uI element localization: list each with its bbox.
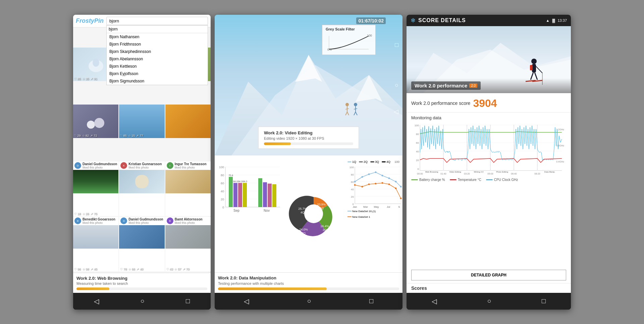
back-icon[interactable]: ◁: [94, 297, 99, 305]
recents-icon[interactable]: □: [542, 297, 546, 305]
photo-cell[interactable]: D Daniel Gudmundsson liked this photo ♡ …: [119, 217, 164, 271]
home-icon[interactable]: ○: [307, 297, 311, 305]
home-icon[interactable]: ○: [140, 297, 144, 305]
scores-section-label: Scores: [407, 283, 571, 293]
user-avatar: D: [74, 162, 81, 169]
back-icon[interactable]: ◁: [432, 297, 437, 305]
phone3-screen: ❄ SCORE DETAILS ▲ ▓ 13:37: [407, 15, 571, 293]
svg-line-22: [354, 112, 356, 115]
svg-text:3Q: 3Q: [302, 232, 306, 235]
svg-text:0: 0: [222, 206, 224, 209]
user-action: liked this photo: [128, 221, 163, 224]
photo-cell[interactable]: K Kristian Gunnarsson liked this photo: [119, 161, 164, 216]
dd-item-7[interactable]: Bjorn Sigmundsson: [107, 77, 208, 85]
svg-line-16: [345, 109, 349, 109]
hero-image: Work 2.0 performance 2.0: [407, 26, 571, 93]
svg-rect-44: [238, 183, 242, 207]
wb-progress-bar: [76, 287, 207, 290]
svg-text:80: 80: [221, 174, 224, 177]
svg-rect-48: [268, 184, 272, 207]
photo-stats: ♡ 43☆ 57↗ 70: [166, 267, 190, 271]
svg-rect-42: [229, 177, 233, 207]
photo-cell[interactable]: ♡ 29☆ 82↗ 72: [73, 105, 118, 138]
user-action: liked this photo: [83, 221, 117, 224]
search-dropdown-input: bjorn: [107, 25, 208, 33]
photo-cell[interactable]: [165, 105, 211, 138]
photo-cell[interactable]: ♡ 85☆ 15↗ 77: [119, 105, 164, 138]
svg-text:100: 100: [415, 124, 419, 127]
legend-3q: 3Q: [370, 160, 379, 164]
svg-text:Mar: Mar: [363, 205, 368, 208]
svg-point-14: [345, 103, 349, 106]
dd-item-1[interactable]: Bjorn Nathansen: [107, 33, 208, 41]
user-info: Daniel Gudmundsson liked this photo: [128, 217, 163, 224]
wb-title: Work 2.0: Web Browsing: [76, 276, 207, 281]
data-task-title: Work 2.0: Data Manipulation: [218, 275, 399, 280]
user-info: Daniel Gudmundsson liked this photo: [83, 162, 117, 169]
svg-text:0.8GHz: 0.8GHz: [556, 144, 564, 147]
wb-progress-fill: [76, 287, 109, 290]
photo-stats: ♡ 78☆ 66↗ 40: [120, 267, 143, 271]
search-dropdown: bjorn Bjorn Nathansen Bjorn Fridthnsson …: [106, 25, 208, 85]
svg-point-1: [93, 59, 99, 67]
svg-point-78: [354, 181, 356, 182]
circle-btn[interactable]: ○: [395, 82, 398, 89]
user-name: Daniel Gudmundsson: [83, 162, 117, 166]
user-avatar: B: [74, 217, 81, 224]
data-task-subtitle: Testing performance with multiple charts: [218, 281, 399, 285]
svg-line-21: [354, 109, 357, 109]
svg-text:0%: 0%: [327, 48, 332, 51]
user-info: Benedikt Gooarsson liked this photo: [83, 217, 117, 224]
score-header-title: SCORE DETAILS: [418, 17, 466, 23]
back-btn[interactable]: ◁: [394, 108, 398, 115]
home-icon[interactable]: ○: [487, 297, 491, 305]
dd-item-2[interactable]: Bjorn Fridthnsson: [107, 41, 208, 48]
svg-text:Jul: Jul: [387, 205, 390, 208]
svg-point-19: [354, 103, 357, 106]
data-progress-bar: [218, 287, 399, 290]
photo-stats: ♡ 18☆ 26↗ 75: [74, 212, 97, 215]
phone2-bottom-nav: ◁ ○ □: [215, 293, 402, 310]
svg-point-103: [531, 59, 537, 64]
detailed-graph-button[interactable]: DETAILED GRAPH: [411, 270, 566, 280]
user-name: Bamt Aktornsson: [175, 217, 209, 221]
svg-text:20: 20: [416, 159, 419, 162]
back-icon[interactable]: ◁: [244, 297, 249, 305]
svg-text:60: 60: [351, 181, 354, 184]
photo-cell[interactable]: I Ingur Tre Tumasson liked this photo: [165, 161, 211, 216]
recents-icon[interactable]: □: [186, 297, 190, 305]
photo-cell[interactable]: D Daniel Gudmundsson liked this photo ♡ …: [73, 161, 118, 216]
user-name: Kristian Gunnarsson: [128, 162, 163, 166]
svg-text:64.0: 64.0: [238, 180, 243, 183]
recents-icon[interactable]: □: [369, 297, 373, 305]
svg-line-105: [536, 66, 542, 73]
svg-rect-43: [233, 183, 237, 207]
phone2-frame: 01:67/10:02 Grey Scale Filter 100% 0%: [215, 15, 402, 310]
video-timer: 01:67/10:02: [356, 17, 386, 24]
hero-overlay: Work 2.0 performance 2.0: [407, 78, 571, 93]
user-avatar: B: [167, 217, 173, 224]
square-btn[interactable]: □: [395, 42, 398, 49]
svg-text:Jan: Jan: [353, 205, 357, 208]
svg-text:80: 80: [416, 133, 419, 136]
charts-row: 100 80 60 40 20 0: [215, 155, 402, 272]
legend-4q: 4Q: [382, 160, 390, 164]
svg-text:Data Manip.: Data Manip.: [544, 171, 555, 173]
greyscale-title: Grey Scale Filter: [326, 27, 372, 31]
search-input[interactable]: [106, 17, 208, 25]
snowflake-icon: ❄: [411, 17, 416, 24]
svg-text:75.8: 75.8: [228, 174, 233, 177]
dd-item-5[interactable]: Bjorn Kettleson: [107, 63, 208, 70]
photo-cell[interactable]: B Benedikt Gooarsson liked this photo ♡ …: [73, 217, 118, 271]
user-name: Ingur Tre Tumasson: [175, 162, 209, 166]
dd-item-4[interactable]: Bjorn Abelannsson: [107, 55, 208, 63]
photo-stats: ♡ 96☆ 98↗ 45: [74, 267, 97, 271]
dd-item-6[interactable]: Bjorn Eyjolfsson: [107, 70, 208, 77]
svg-text:4Q: 4Q: [301, 211, 305, 214]
dd-item-3[interactable]: Bjorn Skarphedinnsson: [107, 48, 208, 55]
user-action: liked this photo: [175, 166, 209, 169]
photo-cell[interactable]: B Bamt Aktornsson liked this photo ♡ 43☆…: [165, 217, 211, 271]
svg-text:03:20: 03:20: [464, 173, 470, 175]
greyscale-box: Grey Scale Filter 100% 0%: [322, 25, 376, 55]
svg-text:24.0%: 24.0%: [299, 228, 308, 231]
